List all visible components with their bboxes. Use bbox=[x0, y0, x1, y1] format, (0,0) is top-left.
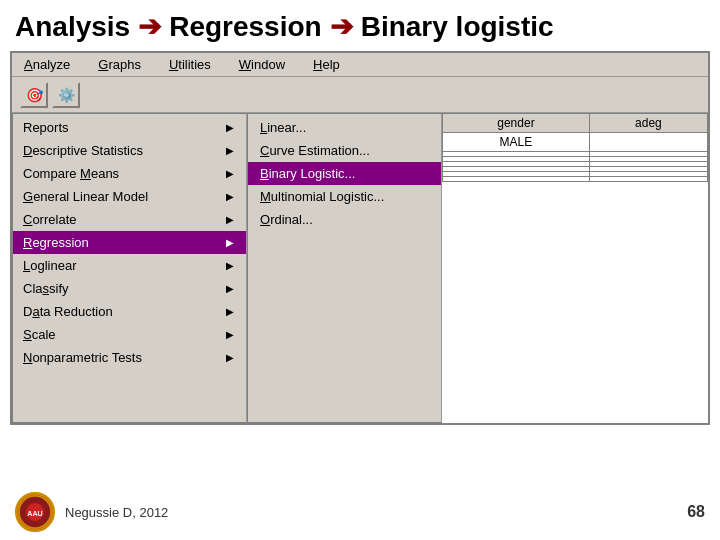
menubar-help[interactable]: Help bbox=[309, 56, 344, 73]
menu-bar: Analyze Graphs Utilities Window Help bbox=[12, 53, 708, 77]
menu-loglinear[interactable]: Loglinear ▶ bbox=[13, 254, 246, 277]
menu-descriptive-stats[interactable]: Descriptive Statistics ▶ bbox=[13, 139, 246, 162]
col-header-adeg: adeg bbox=[589, 114, 707, 133]
submenu-ordinal[interactable]: Ordinal... bbox=[248, 208, 441, 231]
submenu-binary-logistic[interactable]: Binary Logistic... bbox=[248, 162, 441, 185]
cell-gender-7 bbox=[443, 177, 590, 182]
cell-gender-1: MALE bbox=[443, 133, 590, 152]
menubar-window[interactable]: Window bbox=[235, 56, 289, 73]
menu-compare-means[interactable]: Compare Means ▶ bbox=[13, 162, 246, 185]
title-arrow2: ➔ bbox=[330, 10, 353, 43]
page-number: 68 bbox=[687, 503, 705, 521]
title-arrow1: ➔ bbox=[138, 10, 161, 43]
footer-left: AAU Negussie D, 2012 bbox=[15, 492, 168, 532]
cell-adeg-1 bbox=[589, 133, 707, 152]
table-row: MALE bbox=[443, 133, 708, 152]
title-part1: Analysis bbox=[15, 11, 130, 43]
submenu-curve-estimation[interactable]: Curve Estimation... bbox=[248, 139, 441, 162]
menu-scale[interactable]: Scale ▶ bbox=[13, 323, 246, 346]
menu-general-linear-model[interactable]: General Linear Model ▶ bbox=[13, 185, 246, 208]
regression-submenu: Linear... Curve Estimation... Binary Log… bbox=[247, 113, 442, 423]
menubar-utilities[interactable]: Utilities bbox=[165, 56, 215, 73]
footer: AAU Negussie D, 2012 68 bbox=[0, 484, 720, 540]
menu-regression[interactable]: Regression ▶ bbox=[13, 231, 246, 254]
menubar-analyze[interactable]: Analyze bbox=[20, 56, 74, 73]
menu-correlate[interactable]: Correlate ▶ bbox=[13, 208, 246, 231]
toolbar: 🎯 ⚙️ bbox=[12, 77, 708, 113]
footer-author: Negussie D, 2012 bbox=[65, 505, 168, 520]
menu-classify[interactable]: Classify ▶ bbox=[13, 277, 246, 300]
svg-text:AAU: AAU bbox=[27, 510, 42, 518]
title-bar: Analysis ➔ Regression ➔ Binary logistic bbox=[0, 0, 720, 51]
data-area: gender adeg MALE bbox=[442, 113, 708, 423]
title-part2: Regression bbox=[169, 11, 322, 43]
table-row bbox=[443, 177, 708, 182]
submenu-multinomial-logistic[interactable]: Multinomial Logistic... bbox=[248, 185, 441, 208]
toolbar-btn-2[interactable]: ⚙️ bbox=[52, 82, 80, 108]
menu-reports[interactable]: Reports ▶ bbox=[13, 116, 246, 139]
menu-data-reduction[interactable]: Data Reduction ▶ bbox=[13, 300, 246, 323]
analyze-menu: Reports ▶ Descriptive Statistics ▶ Compa… bbox=[12, 113, 247, 423]
cell-adeg-7 bbox=[589, 177, 707, 182]
col-header-gender: gender bbox=[443, 114, 590, 133]
content-area: Reports ▶ Descriptive Statistics ▶ Compa… bbox=[12, 113, 708, 423]
menu-nonparametric[interactable]: Nonparametric Tests ▶ bbox=[13, 346, 246, 369]
submenu-linear[interactable]: Linear... bbox=[248, 116, 441, 139]
menubar-graphs[interactable]: Graphs bbox=[94, 56, 145, 73]
title-part3: Binary logistic bbox=[361, 11, 554, 43]
logo: AAU bbox=[15, 492, 55, 532]
data-table: gender adeg MALE bbox=[442, 113, 708, 182]
toolbar-btn-1[interactable]: 🎯 bbox=[20, 82, 48, 108]
screenshot-area: Analyze Graphs Utilities Window Help 🎯 ⚙… bbox=[10, 51, 710, 425]
